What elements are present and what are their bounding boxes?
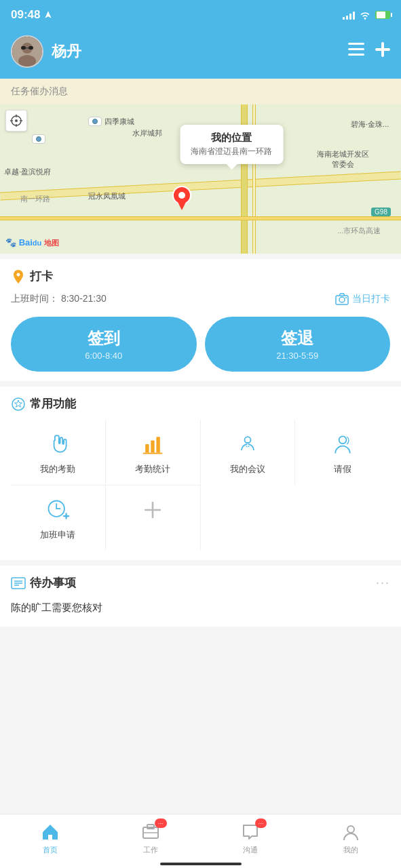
leave-icon-wrap bbox=[328, 429, 358, 459]
function-overtime[interactable]: 加班申请 bbox=[11, 486, 106, 551]
header-right bbox=[348, 42, 390, 61]
nav-home-label: 首页 bbox=[43, 845, 58, 855]
leave-icon bbox=[330, 432, 355, 456]
signal-icon bbox=[343, 10, 355, 20]
checkin-section: 打卡 上班时间： 8:30-21:30 当日打卡 签到 6:00-8:40 签退… bbox=[0, 259, 401, 381]
hamburger-icon bbox=[348, 43, 364, 56]
status-time: 09:48 bbox=[11, 8, 53, 22]
todo-item-0[interactable]: 陈的旷工需要您核对 bbox=[11, 599, 390, 617]
avatar[interactable] bbox=[11, 35, 43, 68]
daily-record[interactable]: 当日打卡 bbox=[335, 292, 390, 306]
nav-chat-label: 沟通 bbox=[243, 845, 258, 855]
bar-chart-icon bbox=[140, 432, 165, 456]
overtime-label: 加班申请 bbox=[40, 529, 75, 541]
svg-point-32 bbox=[339, 436, 347, 443]
work-time-label: 上班时间： 8:30-21:30 bbox=[11, 293, 107, 305]
map-label-3: 碧海·金珠... bbox=[351, 119, 389, 130]
svg-rect-6 bbox=[348, 43, 364, 45]
svg-rect-8 bbox=[348, 54, 364, 56]
nav-home[interactable]: 首页 bbox=[0, 814, 100, 861]
header-left: 杨丹 bbox=[11, 35, 81, 68]
nav-mine[interactable]: 我的 bbox=[301, 814, 401, 861]
function-add[interactable] bbox=[106, 486, 201, 551]
sign-in-time: 6:00-8:40 bbox=[22, 351, 186, 361]
work-badge: ··· bbox=[155, 818, 167, 828]
status-icons bbox=[343, 10, 390, 20]
meeting-icon bbox=[235, 432, 260, 456]
svg-rect-26 bbox=[157, 437, 160, 452]
map-section[interactable]: 四季康城 水岸城邦 碧海·金珠... 海南老城开发区管委会 冠永凤凰城 南一环路… bbox=[0, 104, 401, 254]
location-address: 海南省澄迈县南一环路 bbox=[191, 146, 272, 157]
plus-icon bbox=[375, 42, 390, 57]
checkin-title: 打卡 bbox=[30, 269, 53, 284]
nav-work-label: 工作 bbox=[143, 845, 158, 855]
avatar-image bbox=[12, 37, 42, 66]
nav-work[interactable]: ··· 工作 bbox=[100, 814, 201, 861]
checkin-title-row: 打卡 bbox=[11, 269, 390, 284]
leave-label: 请假 bbox=[334, 463, 351, 475]
location-popup: 我的位置 海南省澄迈县南一环路 bbox=[180, 125, 283, 164]
svg-rect-7 bbox=[348, 48, 364, 50]
attendance-label: 我的考勤 bbox=[40, 463, 75, 475]
function-leave[interactable]: 请假 bbox=[295, 420, 390, 486]
svg-rect-27 bbox=[143, 453, 163, 454]
todo-title: 待办事项 bbox=[30, 575, 76, 591]
map-poi-2 bbox=[32, 134, 45, 144]
work-time-value: 8:30-21:30 bbox=[61, 293, 107, 304]
map-label-7: 卓越·盈滨悦府 bbox=[4, 167, 51, 177]
attendance-icon-wrap bbox=[43, 429, 73, 459]
work-icon-wrap: ··· bbox=[140, 821, 161, 843]
list-icon bbox=[11, 576, 26, 591]
functions-title: 常用功能 bbox=[30, 396, 76, 412]
zoom-button[interactable] bbox=[5, 110, 27, 132]
nav-chat[interactable]: ··· 沟通 bbox=[201, 814, 301, 861]
sign-out-button[interactable]: 签退 21:30-5:59 bbox=[205, 317, 391, 372]
meeting-icon-wrap bbox=[233, 429, 263, 459]
sign-in-button[interactable]: 签到 6:00-8:40 bbox=[11, 317, 197, 372]
svg-rect-24 bbox=[145, 444, 149, 453]
map-label-8: ...市环岛高速 bbox=[337, 226, 381, 236]
header: 杨丹 bbox=[0, 30, 401, 79]
clock-plus-icon bbox=[45, 498, 70, 522]
todo-section: 待办事项 ··· 陈的旷工需要您核对 bbox=[0, 566, 401, 627]
home-indicator bbox=[160, 863, 242, 865]
function-meeting[interactable]: 我的会议 bbox=[201, 420, 296, 486]
function-stats[interactable]: 考勤统计 bbox=[106, 420, 201, 486]
menu-icon[interactable] bbox=[348, 43, 364, 60]
todo-title-row: 待办事项 bbox=[11, 575, 76, 591]
star-icon bbox=[11, 397, 26, 412]
map-label-6: 南一环路 bbox=[20, 194, 50, 204]
svg-point-28 bbox=[244, 437, 250, 443]
function-attendance[interactable]: 我的考勤 bbox=[11, 420, 106, 486]
todo-more-button[interactable]: ··· bbox=[376, 576, 390, 590]
stats-label: 考勤统计 bbox=[135, 463, 170, 475]
map-label-1: 四季康城 bbox=[104, 117, 134, 127]
svg-point-45 bbox=[347, 826, 354, 833]
svg-point-22 bbox=[345, 297, 347, 298]
functions-title-row: 常用功能 bbox=[11, 396, 390, 412]
baidu-logo: 🐾 Baidu 地图 bbox=[5, 237, 59, 248]
location-arrow-icon bbox=[43, 10, 53, 20]
status-bar: 09:48 bbox=[0, 0, 401, 30]
chat-badge: ··· bbox=[255, 818, 267, 828]
notice-bar: 任务催办消息 bbox=[0, 79, 401, 104]
add-icon[interactable] bbox=[375, 42, 390, 61]
pin-icon bbox=[172, 186, 191, 210]
sign-out-label: 签退 bbox=[216, 328, 380, 349]
mine-icon-wrap bbox=[340, 821, 362, 843]
chat-icon-wrap: ··· bbox=[240, 821, 261, 843]
work-time-row: 上班时间： 8:30-21:30 当日打卡 bbox=[11, 292, 390, 306]
wifi-icon bbox=[359, 10, 371, 20]
battery-icon bbox=[375, 11, 390, 19]
hand-icon bbox=[45, 432, 70, 456]
svg-rect-5 bbox=[26, 47, 28, 49]
svg-rect-25 bbox=[151, 441, 154, 453]
svg-point-15 bbox=[15, 119, 18, 122]
functions-grid: 我的考勤 考勤统计 bbox=[11, 420, 390, 551]
map-background: 四季康城 水岸城邦 碧海·金珠... 海南老城开发区管委会 冠永凤凰城 南一环路… bbox=[0, 104, 401, 254]
sign-out-time: 21:30-5:59 bbox=[216, 351, 380, 361]
camera-icon bbox=[335, 292, 349, 306]
user-name: 杨丹 bbox=[52, 41, 81, 62]
map-poi-1 bbox=[88, 117, 102, 126]
notice-text: 任务催办消息 bbox=[11, 85, 68, 96]
